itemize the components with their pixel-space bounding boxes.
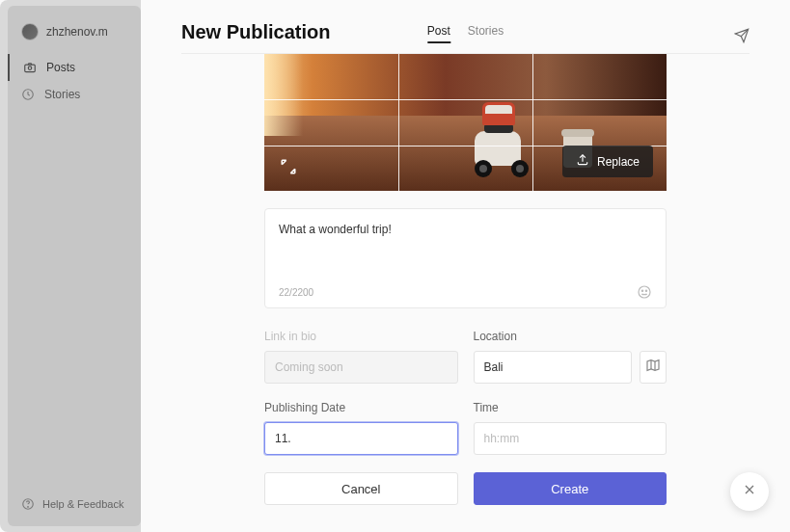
cancel-button[interactable]: Cancel xyxy=(264,472,458,505)
time-label: Time xyxy=(474,401,667,414)
caption-box: 22/2200 xyxy=(264,208,667,308)
tab-post[interactable]: Post xyxy=(427,24,450,43)
upload-icon xyxy=(576,153,589,170)
time-field: Time xyxy=(474,401,667,455)
create-button[interactable]: Create xyxy=(474,472,667,505)
link-in-bio-field: Link in bio xyxy=(264,330,458,384)
map-button[interactable] xyxy=(640,351,667,384)
time-input[interactable] xyxy=(474,422,667,455)
link-in-bio-label: Link in bio xyxy=(264,330,458,343)
page-title: New Publication xyxy=(181,21,330,43)
location-field: Location xyxy=(474,330,667,384)
new-publication-panel: New Publication Post Stories xyxy=(141,0,790,532)
tab-stories[interactable]: Stories xyxy=(468,24,504,43)
tabs: Post Stories xyxy=(427,24,504,43)
close-icon xyxy=(742,482,757,501)
location-label: Location xyxy=(474,330,667,343)
caption-input[interactable] xyxy=(279,223,652,284)
svg-point-6 xyxy=(641,290,642,291)
link-in-bio-input xyxy=(264,351,458,384)
publishing-date-field: Publishing Date xyxy=(264,401,458,455)
share-icon[interactable] xyxy=(734,28,749,43)
post-image-preview: Replace xyxy=(264,54,667,191)
collapse-icon[interactable] xyxy=(278,156,299,177)
map-icon xyxy=(645,358,661,377)
panel-header: New Publication Post Stories xyxy=(181,0,749,54)
svg-point-5 xyxy=(639,286,650,298)
replace-image-button[interactable]: Replace xyxy=(562,146,653,177)
replace-label: Replace xyxy=(597,155,640,169)
svg-point-7 xyxy=(645,290,646,291)
modal-backdrop xyxy=(0,0,141,532)
close-button[interactable] xyxy=(730,472,769,511)
publishing-date-label: Publishing Date xyxy=(264,401,458,414)
publishing-date-input[interactable] xyxy=(264,422,458,455)
emoji-icon[interactable] xyxy=(637,284,652,300)
caption-char-counter: 22/2200 xyxy=(279,287,313,298)
location-input[interactable] xyxy=(474,351,633,384)
